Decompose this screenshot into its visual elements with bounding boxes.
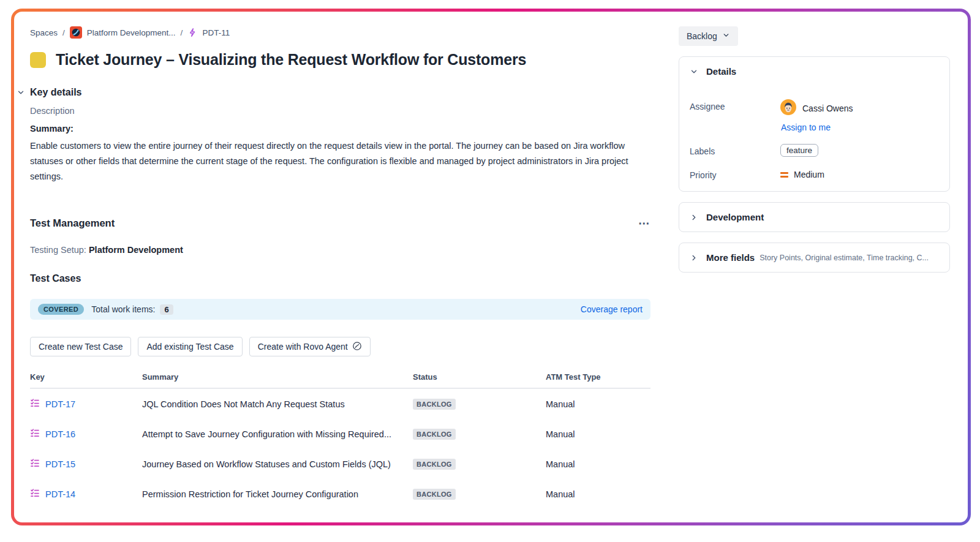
- development-panel-header[interactable]: Development: [679, 203, 949, 231]
- test-case-type: Manual: [546, 399, 650, 409]
- summary-text: Enable customers to view the entire jour…: [30, 138, 633, 184]
- test-case-key-link[interactable]: PDT-16: [45, 429, 75, 439]
- testing-setup-line: Testing Setup: Platform Development: [30, 245, 650, 255]
- testing-setup-value: Platform Development: [89, 245, 183, 255]
- table-row: PDT-17 JQL Condition Does Not Match Any …: [30, 389, 650, 419]
- testing-setup-label: Testing Setup:: [30, 245, 86, 255]
- test-cases-table: Key Summary Status ATM Test Type PDT-17 …: [30, 372, 650, 509]
- details-panel-title: Details: [706, 66, 736, 77]
- status-badge: BACKLOG: [413, 489, 456, 500]
- priority-medium-icon: [780, 172, 788, 178]
- more-fields-panel-header[interactable]: More fields Story Points, Original estim…: [679, 243, 949, 272]
- main-column: Spaces / Platform Development... / PDT-1…: [30, 26, 650, 509]
- breadcrumb-issue[interactable]: PDT-11: [202, 28, 230, 37]
- table-header-row: Key Summary Status ATM Test Type: [30, 372, 650, 389]
- gradient-frame: Spaces / Platform Development... / PDT-1…: [11, 9, 971, 525]
- label-chip[interactable]: feature: [780, 144, 818, 157]
- table-row: PDT-16 Attempt to Save Journey Configura…: [30, 419, 650, 449]
- test-management-heading: Test Management: [30, 217, 115, 229]
- test-case-checklist-icon: [30, 458, 40, 470]
- status-badge: BACKLOG: [413, 399, 456, 410]
- issue-type-bolt-icon: [187, 28, 197, 37]
- create-with-rovo-agent-button[interactable]: Create with Rovo Agent: [249, 337, 371, 356]
- table-row: PDT-15 Journey Based on Workflow Statuse…: [30, 449, 650, 479]
- description-label: Description: [30, 106, 650, 116]
- breadcrumb: Spaces / Platform Development... / PDT-1…: [30, 26, 650, 39]
- total-work-items-count: 6: [160, 304, 173, 315]
- test-case-type: Manual: [546, 489, 650, 499]
- development-panel: Development: [679, 202, 950, 232]
- column-header-summary: Summary: [142, 372, 413, 382]
- assignee-value[interactable]: Cassi Owens: [780, 99, 939, 117]
- labels-label: Labels: [690, 144, 780, 156]
- test-case-key-link[interactable]: PDT-14: [45, 489, 75, 499]
- test-case-summary[interactable]: Permission Restriction for Ticket Journe…: [142, 489, 413, 499]
- assign-to-me-link[interactable]: Assign to me: [781, 122, 831, 132]
- test-cases-heading: Test Cases: [30, 273, 650, 284]
- development-panel-title: Development: [706, 212, 764, 222]
- column-header-status: Status: [413, 372, 546, 382]
- coverage-banner: COVERED Total work items: 6 Coverage rep…: [30, 299, 650, 320]
- test-case-summary[interactable]: Journey Based on Workflow Statuses and C…: [142, 459, 413, 469]
- key-details-heading[interactable]: Key details: [30, 87, 81, 97]
- create-new-test-case-button[interactable]: Create new Test Case: [30, 337, 131, 356]
- priority-value[interactable]: Medium: [780, 168, 939, 179]
- more-fields-subtitle: Story Points, Original estimate, Time tr…: [760, 254, 929, 262]
- covered-badge: COVERED: [38, 304, 84, 315]
- assignee-label: Assignee: [690, 99, 780, 111]
- chevron-down-icon: [690, 67, 698, 76]
- rovo-button-label: Create with Rovo Agent: [258, 342, 348, 352]
- project-icon: [70, 26, 82, 39]
- add-existing-test-case-button[interactable]: Add existing Test Case: [138, 337, 242, 356]
- test-case-summary[interactable]: JQL Condition Does Not Match Any Request…: [142, 399, 413, 409]
- breadcrumb-separator: /: [181, 28, 183, 37]
- status-dropdown-label: Backlog: [687, 31, 717, 41]
- test-case-key-link[interactable]: PDT-15: [45, 459, 75, 469]
- breadcrumb-separator: /: [62, 28, 65, 37]
- table-row: PDT-14 Permission Restriction for Ticket…: [30, 479, 650, 509]
- summary-label: Summary:: [30, 124, 650, 134]
- details-panel-header[interactable]: Details: [679, 57, 949, 86]
- chevron-right-icon: [690, 254, 698, 262]
- chevron-down-icon: [722, 31, 730, 41]
- test-case-summary[interactable]: Attempt to Save Journey Configuration wi…: [142, 429, 413, 439]
- total-work-items-label: Total work items:: [91, 304, 155, 314]
- more-menu-icon[interactable]: ⋯: [638, 220, 650, 227]
- page-title: Ticket Journey – Visualizing the Request…: [56, 51, 526, 69]
- more-fields-panel: More fields Story Points, Original estim…: [679, 243, 950, 273]
- column-header-key: Key: [30, 372, 142, 382]
- rovo-agent-icon: [352, 341, 362, 353]
- chevron-right-icon: [690, 213, 698, 222]
- status-badge: BACKLOG: [413, 429, 456, 440]
- avatar: [780, 99, 796, 117]
- test-case-key-link[interactable]: PDT-17: [45, 399, 75, 409]
- column-header-type: ATM Test Type: [546, 372, 650, 382]
- details-panel: Details Assignee Cassi Owens Assign to m…: [679, 56, 950, 192]
- coverage-report-link[interactable]: Coverage report: [581, 304, 643, 314]
- breadcrumb-project[interactable]: Platform Development...: [87, 28, 176, 37]
- test-case-checklist-icon: [30, 488, 40, 500]
- breadcrumb-spaces[interactable]: Spaces: [30, 28, 58, 37]
- assignee-name: Cassi Owens: [802, 104, 853, 113]
- chevron-down-icon[interactable]: [17, 88, 25, 97]
- test-case-type: Manual: [546, 429, 650, 439]
- priority-label: Priority: [690, 168, 780, 180]
- more-fields-panel-title: More fields: [706, 252, 755, 263]
- test-case-checklist-icon: [30, 428, 40, 440]
- status-dropdown-button[interactable]: Backlog: [679, 26, 738, 46]
- test-case-type: Manual: [546, 459, 650, 469]
- status-badge: BACKLOG: [413, 459, 456, 470]
- right-sidebar: Backlog Details Assignee: [679, 26, 950, 509]
- test-case-checklist-icon: [30, 398, 40, 410]
- priority-text: Medium: [794, 170, 824, 179]
- issue-type-color-square: [30, 52, 46, 68]
